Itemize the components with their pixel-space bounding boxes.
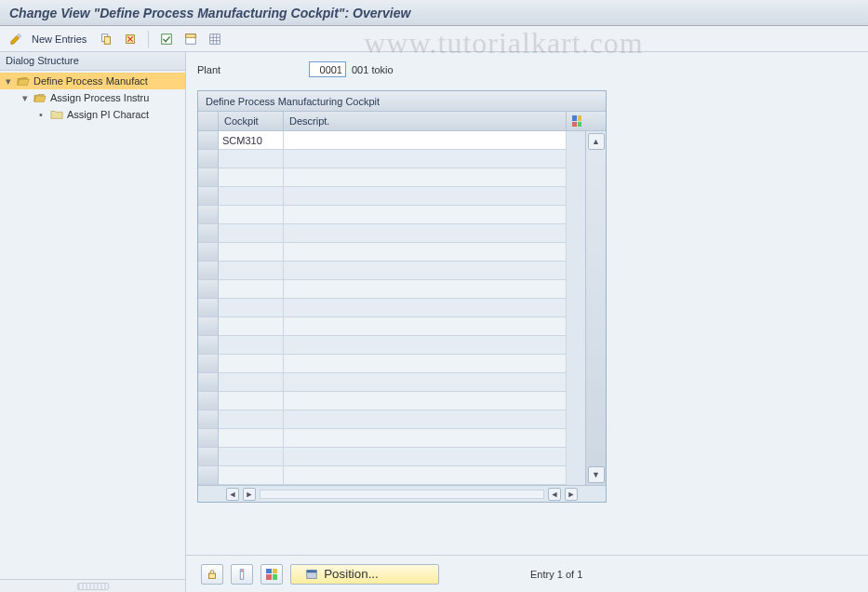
- hscroll-left-2[interactable]: ◄: [548, 488, 561, 501]
- cell-descript[interactable]: [284, 224, 567, 243]
- hscroll-track[interactable]: [260, 490, 544, 499]
- cell-descript[interactable]: [284, 150, 567, 168]
- cell-cockpit[interactable]: [219, 224, 284, 243]
- cell-descript[interactable]: [284, 429, 567, 448]
- cell-cockpit[interactable]: [219, 262, 284, 280]
- plant-label: Plant: [197, 64, 309, 75]
- row-selector-header[interactable]: [198, 112, 219, 130]
- folder-open-icon: [33, 92, 47, 103]
- row-selector[interactable]: [198, 355, 219, 373]
- column-header-descript[interactable]: Descript.: [284, 112, 567, 130]
- row-selector[interactable]: [198, 150, 219, 168]
- expand-icon[interactable]: •: [39, 109, 48, 120]
- cell-cockpit[interactable]: [219, 317, 284, 336]
- cell-descript[interactable]: [284, 466, 567, 485]
- cell-descript[interactable]: [284, 187, 567, 206]
- row-selector[interactable]: [198, 448, 219, 466]
- cell-descript[interactable]: [284, 262, 567, 280]
- row-selector[interactable]: [198, 392, 219, 410]
- row-selector[interactable]: [198, 224, 219, 243]
- cell-cockpit[interactable]: [219, 131, 284, 150]
- horizontal-scrollbar[interactable]: ◄ ► ◄ ►: [198, 485, 606, 502]
- cell-cockpit[interactable]: [219, 392, 284, 410]
- delete-button[interactable]: [120, 30, 140, 48]
- row-selector[interactable]: [198, 280, 219, 299]
- new-entries-button[interactable]: New Entries: [30, 34, 92, 45]
- row-selector[interactable]: [198, 243, 219, 262]
- cockpit-input[interactable]: [222, 135, 279, 146]
- table-row: [198, 299, 585, 317]
- select-all-icon: [160, 33, 173, 46]
- scroll-down-button[interactable]: ▼: [588, 466, 605, 483]
- cell-cockpit[interactable]: [219, 150, 284, 168]
- scroll-up-button[interactable]: ▲: [588, 133, 605, 150]
- row-selector[interactable]: [198, 410, 219, 429]
- table-settings-button[interactable]: [205, 30, 225, 48]
- cell-cockpit[interactable]: [219, 206, 284, 224]
- row-selector[interactable]: [198, 429, 219, 448]
- app-toolbar: New Entries: [0, 26, 868, 52]
- table-row: [198, 187, 585, 206]
- edit-button[interactable]: [6, 30, 26, 48]
- cell-cockpit[interactable]: [219, 466, 284, 485]
- cell-descript[interactable]: [284, 336, 567, 355]
- hscroll-right-2[interactable]: ►: [565, 488, 578, 501]
- row-selector[interactable]: [198, 299, 219, 317]
- cell-descript[interactable]: [284, 410, 567, 429]
- copy-button[interactable]: [96, 30, 116, 48]
- row-selector[interactable]: [198, 131, 219, 150]
- tree-node-0[interactable]: ▾Define Process Manufact: [0, 73, 185, 89]
- cell-cockpit[interactable]: [219, 187, 284, 206]
- cell-descript[interactable]: [284, 448, 567, 466]
- vertical-scrollbar[interactable]: ▲ ▼: [585, 131, 606, 485]
- cell-descript[interactable]: [284, 299, 567, 317]
- collapse-icon[interactable]: ▾: [6, 75, 15, 87]
- hscroll-left-1[interactable]: ◄: [226, 488, 239, 501]
- cell-descript[interactable]: [284, 168, 567, 187]
- row-selector[interactable]: [198, 373, 219, 392]
- cell-cockpit[interactable]: [219, 429, 284, 448]
- row-selector[interactable]: [198, 262, 219, 280]
- row-selector[interactable]: [198, 336, 219, 355]
- cell-descript[interactable]: [284, 317, 567, 336]
- lock-button[interactable]: [201, 564, 223, 585]
- cell-descript[interactable]: [284, 243, 567, 262]
- cell-cockpit[interactable]: [219, 336, 284, 355]
- plant-code-input[interactable]: [309, 61, 346, 77]
- cell-cockpit[interactable]: [219, 410, 284, 429]
- cell-descript[interactable]: [284, 131, 567, 150]
- entry-status: Entry 1 of 1: [530, 569, 582, 580]
- tree-node-1[interactable]: ▾Assign Process Instru: [0, 89, 185, 106]
- cell-cockpit[interactable]: [219, 299, 284, 317]
- column-header-cockpit[interactable]: Cockpit: [219, 112, 284, 130]
- svg-rect-7: [209, 573, 216, 578]
- cell-cockpit[interactable]: [219, 448, 284, 466]
- cell-descript[interactable]: [284, 280, 567, 299]
- table-icon: [208, 33, 221, 46]
- pencil-icon: [9, 33, 22, 46]
- variant-button[interactable]: [231, 564, 253, 585]
- left-panel-resizer[interactable]: [0, 579, 185, 592]
- row-selector[interactable]: [198, 466, 219, 485]
- print-button[interactable]: [260, 564, 283, 585]
- row-selector[interactable]: [198, 187, 219, 206]
- cell-cockpit[interactable]: [219, 373, 284, 392]
- cell-cockpit[interactable]: [219, 280, 284, 299]
- position-button[interactable]: Position...: [290, 564, 439, 585]
- select-all-button[interactable]: [156, 30, 177, 48]
- table-configure-button[interactable]: [567, 112, 587, 130]
- collapse-icon[interactable]: ▾: [22, 92, 32, 104]
- cell-descript[interactable]: [284, 355, 567, 373]
- hscroll-right-1[interactable]: ►: [243, 488, 256, 501]
- row-selector[interactable]: [198, 206, 219, 224]
- cell-cockpit[interactable]: [219, 243, 284, 262]
- tree-node-2[interactable]: •Assign PI Charact: [0, 106, 185, 123]
- cell-descript[interactable]: [284, 373, 567, 392]
- row-selector[interactable]: [198, 317, 219, 336]
- cell-descript[interactable]: [284, 206, 567, 224]
- deselect-all-button[interactable]: [180, 30, 201, 48]
- cell-descript[interactable]: [284, 392, 567, 410]
- row-selector[interactable]: [198, 168, 219, 187]
- cell-cockpit[interactable]: [219, 355, 284, 373]
- cell-cockpit[interactable]: [219, 168, 284, 187]
